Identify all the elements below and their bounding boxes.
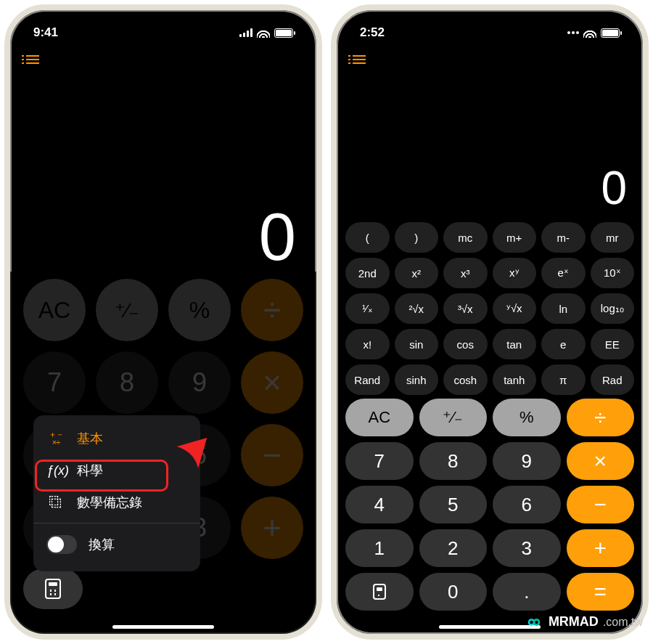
watermark-domain: .com.tw [603, 616, 643, 629]
equals-button[interactable]: = [567, 573, 635, 611]
watermark-brand: MRMAD [549, 614, 599, 629]
digit-1-button[interactable]: 1 [345, 529, 414, 567]
sci-10-button[interactable]: 10ˣ [591, 258, 635, 288]
digit-7-button[interactable]: 7 [345, 442, 414, 480]
watermark: MRMAD.com.tw [524, 614, 643, 629]
digit-6-button[interactable]: 6 [493, 486, 561, 523]
digit-0-button[interactable]: 0 [419, 573, 488, 611]
sci-cos-button[interactable]: cos [443, 329, 488, 359]
sci-log-button[interactable]: log₁₀ [591, 293, 635, 324]
battery-icon [274, 28, 293, 38]
battery-icon [601, 28, 620, 38]
sci--button[interactable]: ) [395, 222, 439, 253]
divide-button[interactable]: ÷ [567, 399, 635, 436]
calculator-display: 0 [601, 161, 627, 215]
sci-sin-button[interactable]: sin [395, 329, 439, 359]
sci-tan-button[interactable]: tan [493, 329, 537, 359]
sci-ee-button[interactable]: EE [591, 329, 635, 359]
digit-9-button[interactable]: 9 [493, 442, 561, 480]
ac-button[interactable]: AC [345, 399, 414, 436]
home-indicator[interactable] [112, 625, 214, 629]
digit-3-button[interactable]: 3 [493, 529, 561, 567]
sci-m-button[interactable]: m- [541, 222, 586, 253]
history-icon[interactable] [353, 55, 366, 64]
sci-ln-button[interactable]: ln [541, 293, 586, 324]
dynamic-island [443, 17, 537, 44]
mode-menu: ＋－×÷ 基本 ƒ(x) 科學 ⿻ 數學備忘錄 換算 [33, 415, 200, 571]
menu-label-mathnotes: 數學備忘錄 [77, 494, 142, 511]
subtract-button[interactable]: − [567, 486, 635, 523]
dynamic-island [116, 17, 210, 44]
menu-item-convert[interactable]: 換算 [33, 528, 200, 561]
mode-switch-button[interactable] [345, 573, 414, 611]
status-time: 2:52 [360, 25, 385, 40]
multiply-button[interactable]: × [567, 442, 635, 480]
infinity-logo-icon [524, 616, 544, 628]
history-icon[interactable] [26, 55, 39, 64]
status-right [567, 28, 620, 38]
wifi-icon [257, 28, 270, 38]
sci-x-button[interactable]: x² [395, 258, 439, 288]
status-right [239, 28, 293, 38]
sci-x-button[interactable]: x! [345, 329, 390, 359]
sci-mc-button[interactable]: mc [443, 222, 488, 253]
mathnotes-icon: ⿻ [46, 495, 65, 510]
sci--button[interactable]: ¹⁄ₓ [345, 293, 390, 324]
sign-button[interactable]: ⁺∕₋ [419, 399, 488, 436]
decimal-button[interactable]: . [493, 573, 561, 611]
sci-m-button[interactable]: m+ [493, 222, 537, 253]
annotation-highlight [35, 460, 168, 492]
menu-divider [33, 523, 200, 523]
calculator-mode-icon [373, 584, 386, 600]
basic-keypad: AC ⁺∕₋ % ÷ 7 8 9 × 4 5 6 − 1 2 3 + 0 . = [345, 399, 634, 611]
calculator-mode-icon [45, 579, 61, 599]
menu-label-convert: 換算 [89, 536, 115, 553]
cellular-icon [239, 28, 252, 37]
sci-x-button[interactable]: ʸ√x [493, 293, 537, 324]
calculator-display: 0 [259, 199, 296, 275]
more-icon [567, 31, 579, 34]
digit-8-button[interactable]: 8 [419, 442, 488, 480]
add-button[interactable]: + [567, 529, 635, 567]
digit-5-button[interactable]: 5 [419, 486, 488, 523]
sci-sinh-button[interactable]: sinh [395, 364, 439, 395]
convert-toggle[interactable] [46, 535, 77, 554]
mode-switch-button[interactable] [23, 568, 83, 609]
sci-x-button[interactable]: ³√x [443, 293, 488, 324]
sci-rand-button[interactable]: Rand [345, 364, 390, 395]
sci--button[interactable]: ( [345, 222, 390, 253]
sci-e-button[interactable]: e [541, 329, 586, 359]
sci-cosh-button[interactable]: cosh [443, 364, 488, 395]
sci-2nd-button[interactable]: 2nd [345, 258, 390, 288]
scientific-keypad: ()mcm+m-mr2ndx²x³xʸeˣ10ˣ¹⁄ₓ²√x³√xʸ√xlnlo… [345, 222, 634, 395]
sci-x-button[interactable]: x³ [443, 258, 488, 288]
sci-x-button[interactable]: ²√x [395, 293, 439, 324]
sci-x-button[interactable]: xʸ [493, 258, 537, 288]
status-time: 9:41 [33, 25, 58, 40]
basic-mode-icon: ＋－×÷ [46, 431, 65, 447]
digit-2-button[interactable]: 2 [419, 529, 488, 567]
digit-4-button[interactable]: 4 [345, 486, 414, 523]
wifi-icon [583, 28, 596, 38]
sci-rad-button[interactable]: Rad [591, 364, 635, 395]
percent-button[interactable]: % [493, 399, 561, 436]
phone-scientific-calculator: 2:52 0 ()mcm+m-mr2ndx²x³xʸeˣ10ˣ¹⁄ₓ²√x³√x… [331, 4, 649, 640]
sci-mr-button[interactable]: mr [591, 222, 635, 253]
sci-tanh-button[interactable]: tanh [493, 364, 537, 395]
sci--button[interactable]: π [541, 364, 586, 395]
menu-label-basic: 基本 [77, 430, 103, 447]
phone-basic-calculator: 9:41 0 AC ⁺∕₋ % ÷ 7 8 9 × 4 5 6 − 1 2 3 … [4, 4, 322, 640]
sci-e-button[interactable]: eˣ [541, 258, 586, 288]
